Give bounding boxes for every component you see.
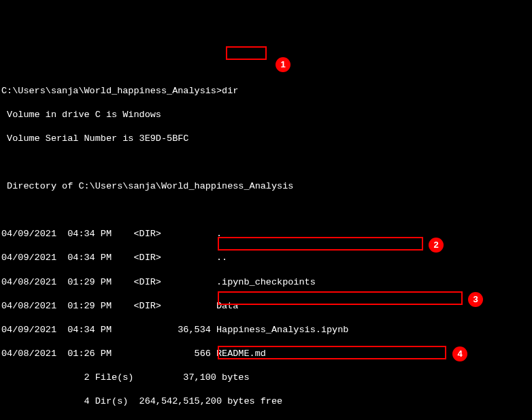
dir-summary: 4 Dir(s) 264,542,515,200 bytes free: [1, 395, 531, 408]
dir-entry: 04/08/2021 01:29 PM <DIR> .ipynb_checkpo…: [1, 276, 531, 289]
highlight-box-2: [218, 237, 423, 251]
dir-summary: 2 File(s) 37,100 bytes: [1, 372, 531, 384]
highlight-box-1: [226, 46, 267, 60]
dir-entry: 04/09/2021 04:34 PM 36,534 Happiness_Ana…: [1, 324, 531, 336]
volume-line-2: Volume Serial Number is 3E9D-5BFC: [1, 133, 531, 145]
prompt-path: C:\Users\sanja\World_happiness_Analysis>: [1, 86, 222, 96]
highlight-box-3: [218, 291, 463, 305]
highlight-box-4: [218, 346, 446, 359]
prompt-line-1: C:\Users\sanja\World_happiness_Analysis>…: [1, 85, 531, 97]
volume-line-1: Volume in drive C is Windows: [1, 109, 531, 121]
blank: [1, 204, 531, 216]
annotation-badge-1: 1: [276, 57, 290, 72]
blank: [1, 157, 531, 169]
directory-of: Directory of C:\Users\sanja\World_happin…: [1, 180, 531, 193]
terminal-container: C:\Users\sanja\World_happiness_Analysis>…: [0, 48, 532, 420]
dir-entry: 04/09/2021 04:34 PM <DIR> ..: [1, 252, 531, 264]
command-dir: dir: [222, 86, 238, 96]
